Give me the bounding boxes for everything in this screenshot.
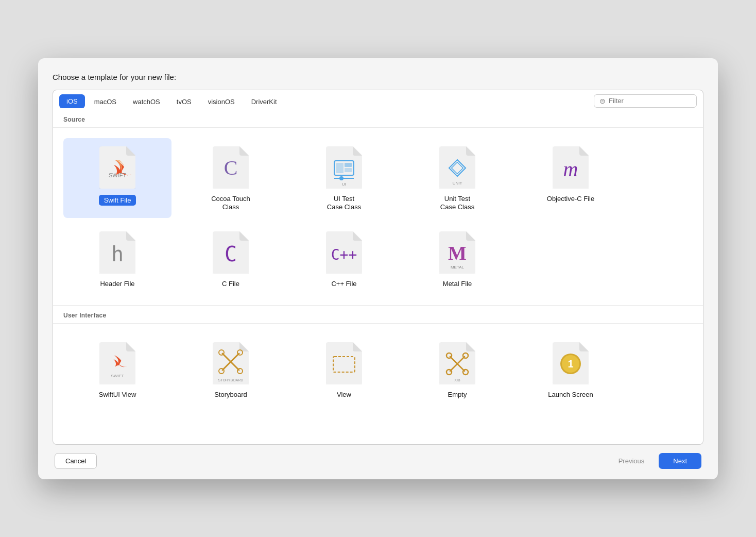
svg-text:METAL: METAL [451, 265, 465, 270]
svg-text:UNIT: UNIT [453, 181, 462, 186]
svg-text:m: m [563, 158, 578, 181]
item-view-label: View [337, 391, 351, 399]
empty-icon: XIB [437, 340, 478, 387]
item-empty[interactable]: XIB Empty [403, 334, 511, 406]
svg-rect-3 [336, 163, 343, 173]
ui-items-grid: SWIFT SwiftUI View [53, 324, 703, 416]
section-source-header: Source [53, 110, 703, 128]
header-file-icon: h [97, 229, 138, 276]
svg-text:STORYBOARD: STORYBOARD [218, 378, 244, 382]
dialog-footer: Cancel Previous Next [53, 453, 703, 469]
previous-button[interactable]: Previous [608, 454, 655, 468]
objective-c-icon: m [550, 144, 591, 191]
section-ui-header: User Interface [53, 306, 703, 324]
item-view[interactable]: View [290, 334, 398, 406]
svg-text:XIB: XIB [454, 378, 460, 382]
storyboard-icon: STORYBOARD [210, 340, 251, 387]
item-header-file-label: Header File [100, 280, 134, 289]
svg-text:UI: UI [342, 182, 346, 187]
svg-text:C: C [224, 156, 238, 179]
item-unit-test-case-label: Unit TestCase Class [440, 195, 474, 212]
tab-watchos[interactable]: watchOS [126, 95, 167, 109]
svg-text:h: h [111, 242, 124, 266]
item-c-file-label: C File [222, 280, 239, 289]
item-unit-test-case[interactable]: UNIT Unit TestCase Class [403, 138, 511, 219]
tab-macos[interactable]: macOS [87, 95, 124, 109]
svg-text:SWIFT: SWIFT [111, 374, 124, 378]
item-cocoa-touch-class-label: Cocoa TouchClass [211, 195, 250, 212]
tab-driverkit[interactable]: DriverKit [244, 95, 284, 109]
metal-file-icon: M METAL [437, 229, 478, 276]
svg-text:C++: C++ [331, 246, 357, 263]
item-launch-screen-label: Launch Screen [548, 391, 593, 399]
c-file-icon: C [210, 229, 251, 276]
tab-ios[interactable]: iOS [59, 94, 85, 108]
tab-bar: iOS macOS watchOS tvOS visionOS DriverKi… [53, 90, 703, 110]
item-swift-file-label: Swift File [99, 195, 136, 206]
view-icon [323, 340, 365, 387]
svg-point-7 [339, 176, 343, 180]
swiftui-view-icon: SWIFT [97, 340, 138, 387]
item-swiftui-view[interactable]: SWIFT SwiftUI View [63, 334, 171, 406]
svg-rect-5 [345, 168, 352, 172]
item-cpp-file[interactable]: C++ C++ File [290, 223, 398, 295]
item-swift-file[interactable]: SWIFT Swift File [63, 138, 171, 219]
item-ui-test-case-label: UI TestCase Class [327, 195, 361, 212]
item-cpp-file-label: C++ File [331, 280, 356, 289]
next-button[interactable]: Next [659, 453, 701, 469]
item-objective-c-file[interactable]: m Objective-C File [517, 138, 625, 219]
content-area: Source SWIFT [53, 110, 703, 445]
item-metal-file-label: Metal File [443, 280, 472, 289]
filter-input[interactable] [609, 97, 691, 105]
unit-test-case-icon: UNIT [437, 144, 478, 191]
item-storyboard-label: Storyboard [214, 391, 247, 399]
item-c-file[interactable]: C C File [177, 223, 285, 295]
item-objective-c-file-label: Objective-C File [547, 195, 594, 204]
item-launch-screen[interactable]: 1 Launch Screen [517, 334, 625, 406]
item-swiftui-view-label: SwiftUI View [99, 391, 136, 399]
item-cocoa-touch-class[interactable]: C Cocoa TouchClass [177, 138, 285, 219]
item-ui-test-case[interactable]: UI UI TestCase Class [290, 138, 398, 219]
tab-visionos[interactable]: visionOS [201, 95, 242, 109]
template-dialog: Choose a template for your new file: iOS… [38, 58, 718, 479]
filter-container: ⊜ [594, 94, 697, 108]
ui-test-case-icon: UI [323, 144, 365, 191]
cancel-button[interactable]: Cancel [55, 453, 97, 469]
filter-icon: ⊜ [599, 97, 606, 105]
item-header-file[interactable]: h Header File [63, 223, 171, 295]
tab-tvos[interactable]: tvOS [169, 95, 199, 109]
dialog-title: Choose a template for your new file: [53, 73, 703, 81]
cpp-file-icon: C++ [323, 229, 365, 276]
launch-screen-icon: 1 [550, 340, 591, 387]
item-empty-label: Empty [448, 391, 467, 399]
cocoa-touch-icon: C [210, 144, 251, 191]
item-metal-file[interactable]: M METAL Metal File [403, 223, 511, 295]
svg-text:C: C [225, 242, 237, 266]
swift-file-icon: SWIFT [97, 144, 138, 191]
source-items-grid: SWIFT Swift File [53, 128, 703, 306]
svg-text:M: M [448, 242, 467, 264]
item-storyboard[interactable]: STORYBOARD Storyboard [177, 334, 285, 406]
svg-text:1: 1 [568, 358, 573, 370]
svg-rect-4 [345, 163, 352, 167]
